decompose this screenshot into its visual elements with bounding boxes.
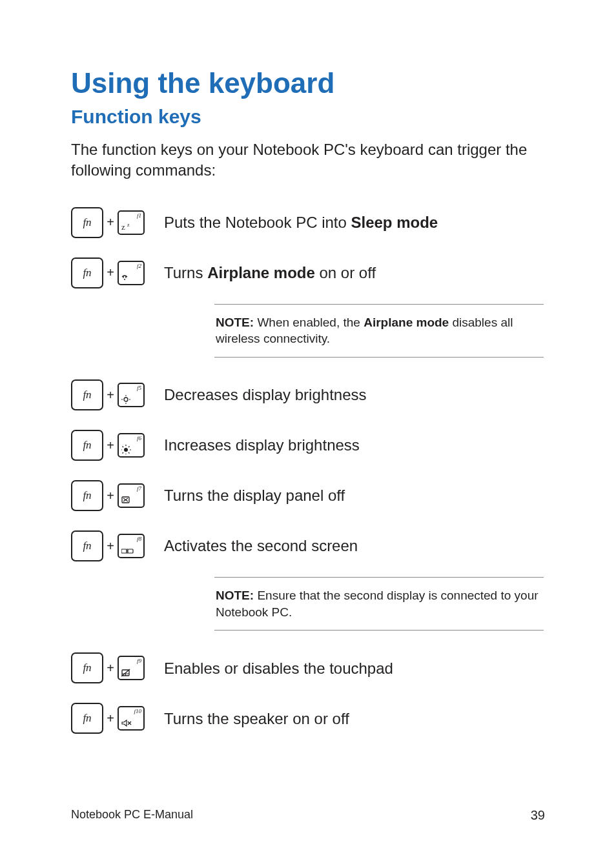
shortcut-row-f9: fn + f9 Enables or disables the touchpad <box>71 652 545 683</box>
plus-sign: + <box>103 215 118 230</box>
f-number-label: f9 <box>137 658 141 664</box>
plus-sign: + <box>103 489 118 503</box>
svg-line-13 <box>123 447 124 448</box>
intro-paragraph: The function keys on your Notebook PC's … <box>71 139 545 181</box>
f-number-label: f6 <box>137 435 141 441</box>
f5-key: f5 <box>118 383 145 407</box>
shortcut-description: Turns the display panel off <box>164 485 345 505</box>
page-footer: Notebook PC E-Manual 39 <box>71 808 545 823</box>
f-number-label: f8 <box>137 536 141 542</box>
page-content: Using the keyboard Function keys The fun… <box>71 67 545 753</box>
divider <box>214 630 544 631</box>
key-combo: fn + f2 <box>71 257 164 288</box>
shortcut-description: Activates the second screen <box>164 536 358 556</box>
key-combo: fn + f6 <box>71 430 164 461</box>
svg-rect-22 <box>128 549 133 553</box>
svg-line-14 <box>128 447 130 448</box>
brightness-up-icon <box>121 443 136 454</box>
shortcut-description: Turns Airplane mode on or off <box>164 263 376 283</box>
key-combo: fn + f9 <box>71 652 164 683</box>
svg-line-15 <box>123 452 124 454</box>
note-text: NOTE: Ensure that the second display is … <box>214 578 544 630</box>
shortcut-row-f10: fn + f10 Turns the speaker on or off <box>71 703 545 734</box>
note-text: NOTE: When enabled, the Airplane mode di… <box>214 305 544 357</box>
sleep-icon: zz <box>121 220 136 232</box>
display-off-icon <box>121 493 136 505</box>
shortcut-row-f1: fn + f1 zz Puts the Notebook PC into Sle… <box>71 207 545 238</box>
key-combo: fn + f5 <box>71 379 164 410</box>
svg-point-8 <box>124 448 128 452</box>
key-combo: fn + f10 <box>71 703 164 734</box>
shortcut-description: Turns the speaker on or off <box>164 709 349 729</box>
section-heading: Function keys <box>71 106 545 128</box>
brightness-down-icon <box>121 392 136 404</box>
svg-point-3 <box>124 398 128 401</box>
key-combo: fn + f7 <box>71 480 164 511</box>
plus-sign: + <box>103 438 118 453</box>
speaker-mute-icon <box>121 716 136 727</box>
f-number-label: f10 <box>134 708 141 714</box>
key-combo: fn + f1 zz <box>71 207 164 238</box>
shortcut-row-f7: fn + f7 Turns the display panel off <box>71 480 545 511</box>
shortcut-description: Decreases display brightness <box>164 385 367 405</box>
fn-key: fn <box>71 430 103 461</box>
fn-key: fn <box>71 379 103 410</box>
note-second-display: NOTE: Ensure that the second display is … <box>214 577 544 631</box>
shortcut-row-f2: fn + f2 Turns Airplane mode on or off <box>71 257 545 288</box>
f-number-label: f7 <box>137 485 141 492</box>
f2-key: f2 <box>118 261 145 285</box>
shortcut-row-f6: fn + f6 Increases display brightness <box>71 430 545 461</box>
airplane-icon <box>121 270 136 282</box>
f7-key: f7 <box>118 483 145 508</box>
svg-text:z: z <box>121 222 125 232</box>
plus-sign: + <box>103 661 118 676</box>
f8-key: f8 <box>118 534 145 558</box>
f-number-label: f5 <box>137 385 141 391</box>
fn-key: fn <box>71 652 103 683</box>
plus-sign: + <box>103 388 118 403</box>
key-combo: fn + f8 <box>71 530 164 561</box>
f-number-label: f1 <box>137 212 141 219</box>
second-screen-icon <box>121 543 136 555</box>
note-airplane: NOTE: When enabled, the Airplane mode di… <box>214 304 544 358</box>
f9-key: f9 <box>118 656 145 680</box>
plus-sign: + <box>103 265 118 280</box>
fn-key: fn <box>71 703 103 734</box>
f1-key: f1 zz <box>118 210 145 235</box>
svg-rect-20 <box>121 549 127 553</box>
fn-key: fn <box>71 207 103 238</box>
page-title: Using the keyboard <box>71 67 545 99</box>
fn-key: fn <box>71 257 103 288</box>
plus-sign: + <box>103 539 118 554</box>
shortcut-row-f8: fn + f8 Activates the second screen <box>71 530 545 561</box>
svg-line-16 <box>128 452 130 454</box>
divider <box>214 357 544 358</box>
shortcut-description: Increases display brightness <box>164 435 360 455</box>
fn-key: fn <box>71 480 103 511</box>
shortcut-description: Puts the Notebook PC into Sleep mode <box>164 212 438 232</box>
f6-key: f6 <box>118 433 145 458</box>
svg-point-2 <box>124 279 125 280</box>
touchpad-icon <box>121 665 136 677</box>
plus-sign: + <box>103 711 118 726</box>
footer-doc-title: Notebook PC E-Manual <box>71 808 193 823</box>
f-number-label: f2 <box>137 263 141 269</box>
f10-key: f10 <box>118 706 145 731</box>
shortcut-description: Enables or disables the touchpad <box>164 658 393 678</box>
shortcut-row-f5: fn + f5 Decreases display brightness <box>71 379 545 410</box>
footer-page-number: 39 <box>531 808 545 823</box>
fn-key: fn <box>71 530 103 561</box>
svg-text:z: z <box>127 222 130 228</box>
